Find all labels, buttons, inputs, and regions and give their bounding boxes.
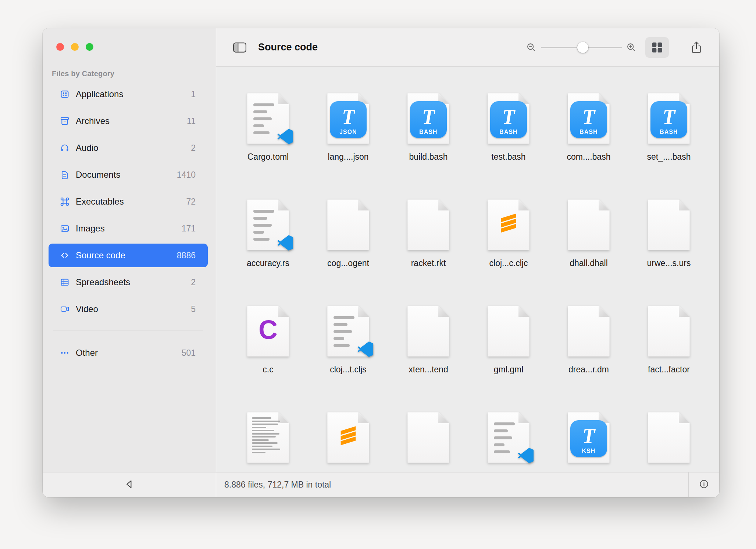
page-fold bbox=[679, 199, 690, 210]
file-tile[interactable]: TBASH build.bash bbox=[388, 93, 468, 199]
toolbar: Source code bbox=[216, 28, 719, 67]
file-tile[interactable] bbox=[228, 412, 308, 472]
sidebar-item-executables[interactable]: Executables 72 bbox=[49, 190, 208, 213]
file-tile[interactable] bbox=[468, 412, 549, 472]
file-tile[interactable]: TBASH test.bash bbox=[468, 93, 549, 199]
sidebar-item-applications[interactable]: Applications 1 bbox=[49, 82, 208, 106]
file-tile[interactable]: drea...r.dm bbox=[549, 306, 629, 412]
file-label: Cargo.toml bbox=[247, 152, 289, 162]
zoom-slider-knob[interactable] bbox=[577, 42, 588, 53]
file-label: lang....json bbox=[328, 152, 368, 162]
text-preview-lines bbox=[252, 417, 283, 453]
file-label: cloj...t.cljs bbox=[330, 365, 367, 375]
sidebar-item-label: Spreadsheets bbox=[76, 277, 130, 287]
textmate-logo: T bbox=[502, 107, 515, 127]
file-label: gml.gml bbox=[494, 365, 524, 375]
page-fold bbox=[278, 93, 289, 104]
file-tile[interactable]: fact...factor bbox=[629, 306, 709, 412]
minimize-button[interactable] bbox=[71, 43, 79, 51]
toggle-sidebar-button[interactable] bbox=[232, 41, 247, 54]
file-icon: TKSH bbox=[568, 412, 610, 463]
traffic-lights bbox=[56, 43, 93, 51]
file-grid: Cargo.toml TJSON lang....json TBASH buil… bbox=[216, 67, 719, 472]
file-tile[interactable]: racket.rkt bbox=[388, 199, 468, 306]
file-tile[interactable]: xten...tend bbox=[388, 306, 468, 412]
share-icon bbox=[691, 41, 702, 54]
sidebar-item-count: 1 bbox=[191, 89, 196, 99]
sidebar-item-count: 2 bbox=[191, 143, 196, 153]
file-label: cog...ogent bbox=[327, 258, 369, 268]
zoom-out-icon[interactable] bbox=[526, 42, 536, 53]
ellipsis-icon bbox=[60, 348, 69, 358]
main-panel: Source code bbox=[216, 28, 719, 472]
share-button[interactable] bbox=[685, 37, 708, 58]
file-tile[interactable]: TKSH bbox=[549, 412, 629, 472]
vscode-badge-icon bbox=[518, 447, 534, 464]
file-label: fact...factor bbox=[648, 365, 690, 375]
back-button[interactable] bbox=[124, 479, 135, 491]
file-tile[interactable]: dhall.dhall bbox=[549, 199, 629, 306]
file-label: test.bash bbox=[491, 152, 525, 162]
file-grid-area: Cargo.toml TJSON lang....json TBASH buil… bbox=[216, 67, 719, 472]
text-preview-lines bbox=[253, 210, 281, 241]
textmate-icon: TBASH bbox=[410, 101, 447, 138]
sidebar-item-audio[interactable]: Audio 2 bbox=[49, 136, 208, 160]
sidebar-item-documents[interactable]: Documents 1410 bbox=[49, 163, 208, 187]
app-window: Files by Category Applications 1 Archive… bbox=[43, 28, 719, 497]
close-button[interactable] bbox=[56, 43, 64, 51]
sidebar-item-count: 11 bbox=[187, 116, 196, 126]
file-icon: TBASH bbox=[648, 93, 690, 144]
file-tile[interactable]: Cargo.toml bbox=[228, 93, 308, 199]
textmate-icon: TJSON bbox=[330, 101, 367, 138]
sidebar-item-source-code[interactable]: Source code 8886 bbox=[49, 244, 208, 267]
file-tile[interactable]: C c.c bbox=[228, 306, 308, 412]
sublime-text-icon bbox=[327, 411, 369, 461]
page-fold bbox=[679, 306, 690, 317]
file-icon bbox=[327, 306, 369, 357]
sidebar-item-spreadsheets[interactable]: Spreadsheets 2 bbox=[49, 270, 208, 294]
info-button[interactable] bbox=[699, 479, 709, 490]
zoom-slider[interactable] bbox=[541, 42, 622, 53]
page-fold bbox=[518, 412, 529, 423]
file-tile[interactable]: accuracy.rs bbox=[228, 199, 308, 306]
zoom-window-button[interactable] bbox=[86, 43, 93, 51]
file-tile[interactable] bbox=[308, 412, 388, 472]
file-tile[interactable]: TJSON lang....json bbox=[308, 93, 388, 199]
file-icon bbox=[327, 412, 369, 463]
sidebar-toggle-icon bbox=[233, 42, 247, 53]
file-tile[interactable] bbox=[629, 412, 709, 472]
sidebar-item-label: Audio bbox=[76, 143, 98, 153]
file-type-badge: BASH bbox=[490, 129, 527, 135]
file-tile[interactable]: cog...ogent bbox=[308, 199, 388, 306]
text-preview-lines bbox=[494, 422, 521, 453]
zoom-in-icon[interactable] bbox=[626, 42, 636, 53]
file-tile[interactable]: TBASH set_....bash bbox=[629, 93, 709, 199]
sidebar-item-label: Other bbox=[76, 348, 98, 358]
page-fold bbox=[599, 199, 610, 210]
sidebar-item-label: Applications bbox=[76, 89, 123, 99]
code-brackets-icon bbox=[60, 251, 69, 260]
sidebar-item-other[interactable]: Other 501 bbox=[49, 341, 208, 365]
file-tile[interactable] bbox=[388, 412, 468, 472]
file-tile[interactable]: cloj...c.cljc bbox=[468, 199, 549, 306]
sidebar-item-video[interactable]: Video 5 bbox=[49, 297, 208, 321]
file-tile[interactable]: urwe...s.urs bbox=[629, 199, 709, 306]
file-icon bbox=[648, 199, 690, 250]
file-type-badge: BASH bbox=[650, 129, 687, 135]
info-icon bbox=[699, 479, 709, 490]
sidebar-item-count: 1410 bbox=[177, 170, 196, 180]
file-icon bbox=[407, 306, 449, 357]
file-label: urwe...s.urs bbox=[647, 258, 691, 268]
file-tile[interactable]: gml.gml bbox=[468, 306, 549, 412]
file-icon: TBASH bbox=[488, 93, 529, 144]
textmate-icon: TKSH bbox=[570, 420, 607, 457]
file-tile[interactable]: cloj...t.cljs bbox=[308, 306, 388, 412]
sidebar-item-label: Documents bbox=[76, 170, 120, 180]
sidebar-item-archives[interactable]: Archives 11 bbox=[49, 109, 208, 133]
textmate-logo: T bbox=[342, 107, 354, 127]
sidebar-item-images[interactable]: Images 171 bbox=[49, 217, 208, 240]
file-tile[interactable]: TBASH com....bash bbox=[549, 93, 629, 199]
grid-view-button[interactable] bbox=[645, 37, 669, 58]
file-icon bbox=[568, 306, 610, 357]
textmate-logo: T bbox=[663, 107, 675, 127]
